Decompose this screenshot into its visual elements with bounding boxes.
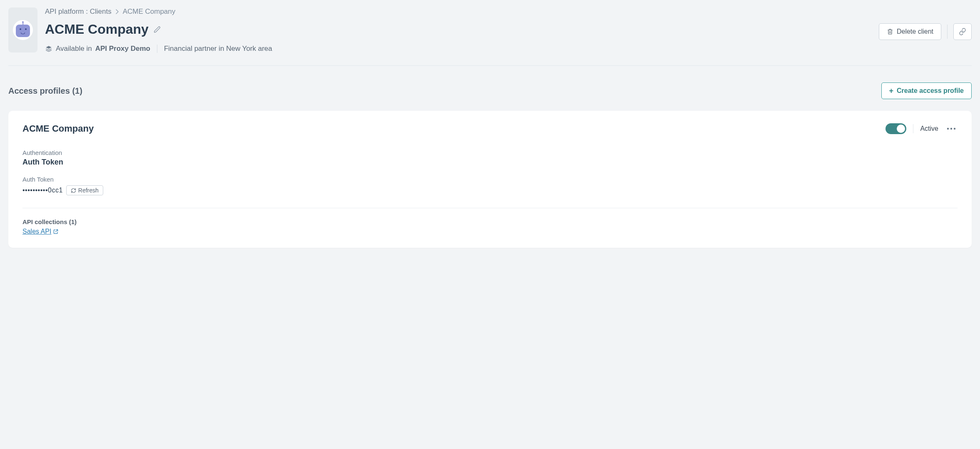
delete-client-button[interactable]: Delete client [879, 23, 941, 40]
svg-point-1 [950, 128, 952, 130]
external-link-icon [53, 229, 59, 234]
page-title: ACME Company [45, 22, 149, 37]
available-label: Available in [56, 45, 92, 53]
breadcrumb-current: ACME Company [123, 7, 176, 16]
svg-point-2 [954, 128, 955, 130]
client-description: Financial partner in New York area [164, 45, 272, 53]
api-collection-link[interactable]: Sales API [22, 228, 59, 235]
available-target: API Proxy Demo [95, 45, 150, 53]
authentication-type: Auth Token [22, 158, 958, 167]
create-access-profile-button[interactable]: + Create access profile [881, 82, 972, 99]
plus-icon: + [889, 87, 894, 95]
svg-point-0 [947, 128, 949, 130]
robot-icon [16, 25, 30, 37]
refresh-token-button[interactable]: Refresh [66, 185, 103, 195]
section-title: Access profiles (1) [8, 86, 82, 96]
client-avatar [8, 7, 37, 52]
more-icon[interactable] [945, 127, 958, 130]
active-toggle[interactable] [885, 123, 906, 134]
access-profile-card: ACME Company Active Authentication Auth … [8, 111, 972, 248]
token-value: ••••••••••0cc1 [22, 187, 63, 194]
link-icon [959, 28, 966, 35]
edit-icon[interactable] [154, 26, 161, 33]
refresh-icon [71, 188, 76, 193]
divider [913, 124, 913, 133]
authentication-label: Authentication [22, 149, 958, 156]
status-label: Active [920, 125, 938, 132]
divider [947, 25, 948, 39]
breadcrumb: API platform : Clients ACME Company [45, 7, 871, 16]
chevron-right-icon [116, 9, 119, 14]
divider [22, 208, 958, 208]
layers-icon [45, 45, 52, 52]
breadcrumb-root[interactable]: API platform : Clients [45, 7, 112, 16]
copy-link-button[interactable] [953, 23, 972, 40]
api-collections-label: API collections (1) [22, 218, 958, 225]
trash-icon [887, 28, 893, 35]
divider [8, 65, 972, 66]
profile-name: ACME Company [22, 123, 94, 134]
token-label: Auth Token [22, 176, 958, 183]
divider [157, 45, 157, 53]
